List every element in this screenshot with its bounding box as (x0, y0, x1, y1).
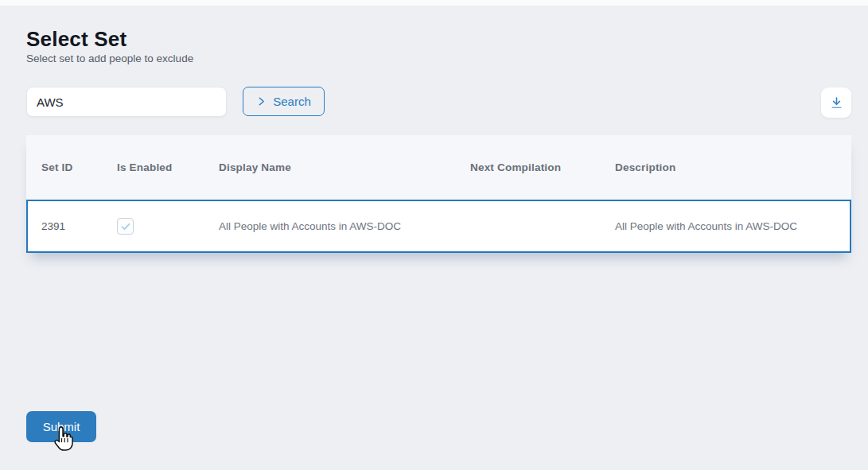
download-icon (830, 96, 843, 110)
column-header-is-enabled: Is Enabled (102, 161, 204, 173)
search-button[interactable]: Search (243, 87, 325, 116)
column-header-next-compilation: Next Compilation (455, 161, 600, 173)
cell-display-name: All People with Accounts in AWS-DOC (205, 220, 457, 232)
cell-set-id: 2391 (28, 220, 103, 232)
column-header-set-id: Set ID (26, 161, 102, 173)
checkmark-icon (120, 221, 131, 232)
submit-button[interactable]: Submit (26, 411, 96, 442)
download-button[interactable] (821, 87, 851, 118)
page-subtitle: Select set to add people to exclude (26, 52, 193, 64)
search-input[interactable] (26, 87, 227, 117)
cell-is-enabled (103, 218, 205, 235)
sets-table: Set ID Is Enabled Display Name Next Comp… (26, 135, 851, 253)
column-header-display-name: Display Name (204, 161, 455, 173)
page-title: Select Set (26, 27, 127, 52)
submit-button-label: Submit (43, 420, 80, 433)
table-header-row: Set ID Is Enabled Display Name Next Comp… (26, 135, 851, 200)
column-header-description: Description (600, 161, 851, 173)
chevron-right-icon (256, 96, 267, 107)
is-enabled-checkbox[interactable] (117, 218, 134, 235)
table-row[interactable]: 2391 All People with Accounts in AWS-DOC… (26, 200, 851, 253)
top-strip (0, 0, 868, 6)
cell-description: All People with Accounts in AWS-DOC (601, 220, 850, 232)
search-button-label: Search (273, 95, 311, 108)
